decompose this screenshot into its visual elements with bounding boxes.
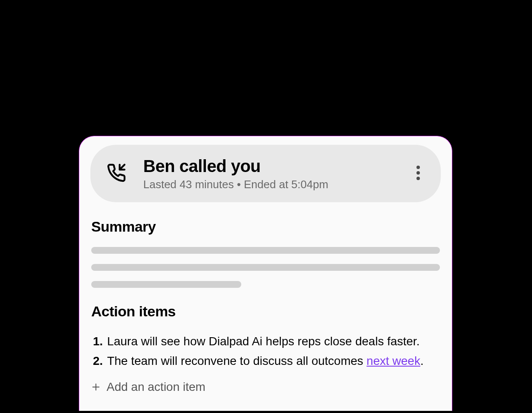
summary-heading: Summary bbox=[91, 218, 440, 235]
call-title: Ben called you bbox=[143, 156, 413, 176]
svg-point-3 bbox=[416, 177, 420, 180]
plus-icon bbox=[91, 382, 101, 392]
call-header: Ben called you Lasted 43 minutes • Ended… bbox=[90, 145, 441, 202]
action-item-number: 2. bbox=[93, 351, 103, 371]
svg-point-2 bbox=[416, 171, 420, 175]
action-item-number: 1. bbox=[93, 332, 103, 351]
more-vertical-icon bbox=[416, 165, 420, 181]
action-items-heading: Action items bbox=[91, 303, 440, 320]
add-action-label: Add an action item bbox=[107, 380, 205, 394]
call-content: Summary Action items 1. Laura will see h… bbox=[90, 218, 441, 394]
action-item: 1. Laura will see how Dialpad Ai helps r… bbox=[93, 332, 440, 351]
skeleton-line bbox=[91, 247, 440, 254]
action-item: 2. The team will reconvene to discuss al… bbox=[93, 351, 440, 371]
more-options-button[interactable] bbox=[413, 161, 424, 186]
call-meta: Lasted 43 minutes • Ended at 5:04pm bbox=[143, 178, 413, 191]
next-week-link[interactable]: next week bbox=[367, 354, 420, 367]
action-item-text: Laura will see how Dialpad Ai helps reps… bbox=[107, 332, 419, 351]
skeleton-line bbox=[91, 281, 241, 288]
call-header-text: Ben called you Lasted 43 minutes • Ended… bbox=[143, 156, 413, 191]
call-summary-card: Ben called you Lasted 43 minutes • Ended… bbox=[79, 136, 452, 411]
incoming-call-icon bbox=[107, 163, 126, 184]
summary-placeholder bbox=[91, 247, 440, 288]
skeleton-line bbox=[91, 264, 440, 271]
meta-separator: • bbox=[234, 178, 244, 191]
action-item-text: The team will reconvene to discuss all o… bbox=[107, 351, 423, 371]
svg-point-1 bbox=[416, 166, 420, 169]
action-items-list: 1. Laura will see how Dialpad Ai helps r… bbox=[91, 332, 440, 371]
call-duration: Lasted 43 minutes bbox=[143, 178, 234, 191]
call-ended-time: Ended at 5:04pm bbox=[244, 178, 328, 191]
add-action-item-button[interactable]: Add an action item bbox=[91, 380, 440, 394]
